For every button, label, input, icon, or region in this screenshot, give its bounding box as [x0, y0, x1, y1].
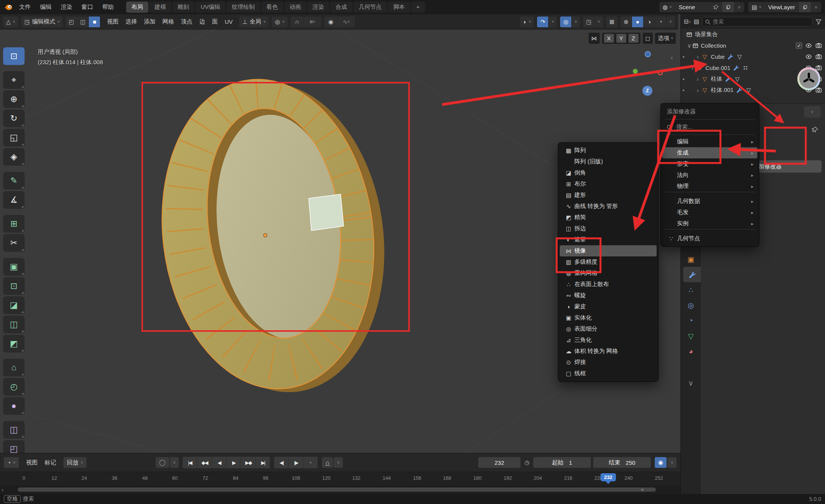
gizmo-dropdown[interactable]: ˅ [549, 17, 557, 27]
tool-extrude-region[interactable]: ▣ [3, 258, 25, 276]
show-gizmo-button[interactable]: ↷ [537, 17, 549, 27]
auto-keying-button[interactable]: ◉ [655, 457, 667, 468]
snap-magnet-icon[interactable]: ∩ [291, 17, 304, 27]
options-dropdown[interactable]: 选项˅ [655, 33, 676, 44]
properties-tab-particles[interactable]: ∴ [681, 282, 701, 298]
modifier-item-boolean[interactable]: ⊞ 布尔 [560, 178, 657, 190]
modifier-item-remesh[interactable]: ◍ 重构网格 [560, 268, 657, 279]
sidebar-collapse-arrow[interactable]: ‹ [671, 54, 673, 61]
workspace-tab-modeling[interactable]: 建模 [149, 2, 171, 13]
gizmo-axis-dot-red[interactable] [658, 70, 663, 75]
material-shading-button[interactable]: ◑ [644, 17, 655, 27]
workspace-tab-rendering[interactable]: 渲染 [307, 2, 329, 13]
modifier-category-edit[interactable]: 编辑 ▸ [662, 136, 757, 147]
modifier-item-triangulate[interactable]: ⊿ 三角化 [560, 334, 657, 346]
workspace-tab-shading[interactable]: 着色 [261, 2, 283, 13]
modifier-item-bevel[interactable]: ◪ 倒角 [560, 167, 657, 178]
properties-tab-object[interactable]: ▣ [681, 251, 701, 267]
tool-transform[interactable]: ◈ [3, 148, 25, 166]
workspace-tab-scripting[interactable]: 脚本 [388, 2, 410, 13]
play-reverse-button[interactable]: ◀ [212, 457, 226, 468]
xray-settings-icon[interactable]: ◳ [583, 17, 595, 27]
rendered-shading-button[interactable]: ◔ [655, 17, 667, 27]
workspace-tab-compositing[interactable]: 合成 [330, 2, 353, 13]
pin-icon[interactable] [710, 2, 722, 12]
record-button[interactable]: ◯ [156, 457, 169, 468]
keying-dropdown[interactable]: ˅ [667, 457, 677, 468]
step-dropdown[interactable]: ˅ [303, 457, 318, 468]
viewlayer-delete-button[interactable]: × [811, 2, 821, 12]
solid-shading-button[interactable]: ● [632, 17, 644, 27]
workspace-tab-animation[interactable]: 动画 [284, 2, 306, 13]
timeline-scrollbar[interactable] [18, 487, 656, 492]
modifier-item-skin[interactable]: ◖ 蒙皮 [560, 301, 657, 312]
modifier-category-geometry-data[interactable]: 几何数据 ▸ [662, 196, 757, 207]
tool-edge-slide[interactable]: ◫ [3, 421, 25, 439]
menu-render[interactable]: 渲染 [56, 2, 77, 12]
scene-browse-button[interactable]: ◍˅ [659, 2, 675, 12]
playhead[interactable]: 232 [600, 473, 616, 481]
tool-smooth[interactable]: ● [3, 397, 25, 415]
properties-tab-more-chevron[interactable]: ∨ [681, 375, 701, 391]
menu-view[interactable]: 视图 [103, 17, 122, 27]
current-frame-field[interactable]: 232 [478, 457, 521, 468]
jump-to-start-button[interactable]: |◀ [183, 457, 197, 468]
mesh-ring-object[interactable] [145, 66, 402, 406]
menu-face[interactable]: 面 [208, 17, 221, 27]
gizmo-axis-z[interactable]: Z [642, 86, 652, 96]
shading-dropdown[interactable]: ˅ [667, 17, 675, 27]
scroll-left-arrow[interactable]: › [2, 486, 3, 493]
mirror-axis-y[interactable]: Y [616, 34, 626, 43]
frame-end-field[interactable]: 结束250 [593, 457, 651, 468]
modifier-category-physics[interactable]: 物理 ▸ [662, 181, 757, 192]
tool-select-box[interactable]: ⊡ [3, 47, 25, 65]
tool-bisect[interactable]: ◩ [3, 335, 25, 353]
modifier-item-weld[interactable]: ⊙ 焊接 [560, 357, 657, 368]
frame-start-field[interactable]: 起始1 [533, 457, 591, 468]
jump-to-end-button[interactable]: ▶| [256, 457, 270, 468]
edge-select-button[interactable]: ◫ [77, 17, 89, 27]
tool-spin[interactable]: ◴ [3, 378, 25, 396]
modifier-item-wireframe[interactable]: ▢ 线框 [560, 368, 657, 379]
selected-face[interactable] [309, 194, 344, 231]
menu-mesh[interactable]: 网格 [159, 17, 177, 27]
outliner-row-collection[interactable]: ∨ Collection ✓ [681, 40, 825, 51]
outliner-display-mode-icon[interactable]: ▤ [694, 18, 699, 25]
modifier-item-decimate[interactable]: ◩ 精简 [560, 212, 657, 223]
expand-chevron-icon[interactable]: › [695, 87, 701, 93]
wireframe-shading-button[interactable]: ⊕ [620, 17, 632, 27]
modifier-category-deform[interactable]: 形变 ▸ [662, 158, 757, 170]
snap-to-active-icon[interactable]: ◻ [643, 33, 653, 44]
snap-settings-dropdown[interactable]: ⌗ ˅ [304, 17, 321, 27]
expand-chevron-icon[interactable]: › [695, 53, 701, 60]
tool-knife[interactable]: ✂ [3, 234, 25, 252]
modifier-category-hair[interactable]: 毛发 ▸ [662, 207, 757, 218]
tool-shrink-fatten[interactable]: ◰ [3, 440, 25, 453]
tool-loop-cut[interactable]: ◫ [3, 316, 25, 333]
workspace-tab-layout[interactable]: 布局 [126, 2, 148, 13]
menu-help[interactable]: 帮助 [98, 2, 118, 12]
modifier-category-instance[interactable]: 实例 ▸ [662, 218, 757, 229]
modifier-item-curve-to-tube[interactable]: ∿ 曲线 转换为 管形 [560, 201, 657, 212]
tool-poly-build[interactable]: ⌂ [3, 359, 25, 376]
editor-type-button[interactable]: △˅ [3, 17, 18, 27]
mode-dropdown[interactable]: ◳编辑模式˅ [21, 17, 63, 27]
falloff-dropdown[interactable]: ∿ ˅ [338, 17, 355, 27]
modifier-item-array[interactable]: ▦ 阵列 [560, 145, 657, 156]
overlays-dropdown[interactable]: ˅ [572, 17, 580, 27]
menu-edge[interactable]: 边 [196, 17, 208, 27]
modifier-item-subdivision-surface[interactable]: ◎ 表面细分 [560, 323, 657, 334]
menu-view[interactable]: 视图 [23, 457, 41, 468]
workspace-tab-uv-editing[interactable]: UV编辑 [195, 2, 226, 13]
gizmo-axis-dot-green[interactable] [633, 69, 638, 74]
menu-file[interactable]: 文件 [15, 2, 35, 12]
panel-collapse-button[interactable]: ˅ [804, 106, 821, 118]
modifier-item-multires[interactable]: ▥ 多级精度 [560, 256, 657, 268]
xray-dropdown[interactable]: ˅ [595, 17, 603, 27]
workspace-tab-sculpting[interactable]: 雕刻 [172, 2, 195, 13]
proportional-edit-icon[interactable]: ◉ [324, 17, 338, 27]
viewlayer-name[interactable]: ViewLayer [765, 2, 799, 12]
properties-tab-modifiers[interactable] [683, 267, 701, 282]
tool-move[interactable]: ⊕ [3, 90, 25, 108]
vertex-select-button[interactable]: ◰ [66, 17, 77, 27]
